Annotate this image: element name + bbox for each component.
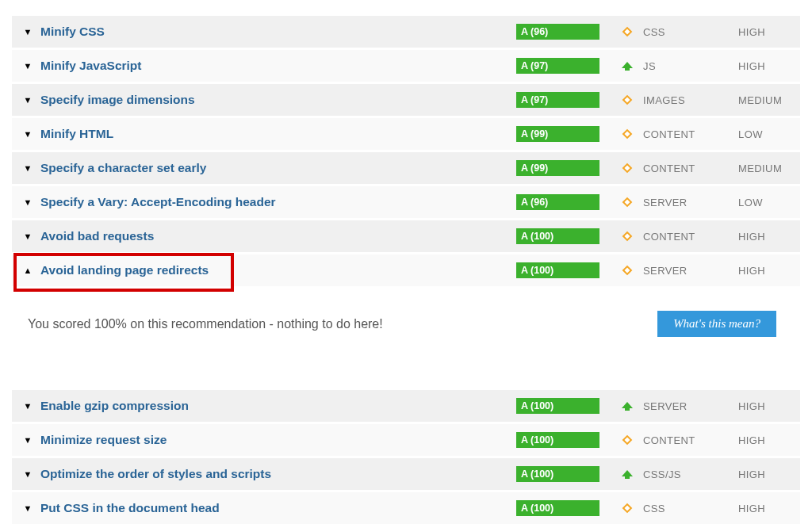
type-label: SERVER bbox=[643, 197, 738, 208]
grade-badge: A (99) bbox=[516, 160, 599, 176]
priority-label: HIGH bbox=[738, 265, 794, 277]
grade-badge: A (100) bbox=[516, 262, 599, 278]
type-label: CSS/JS bbox=[643, 469, 738, 480]
trend-diamond-icon bbox=[611, 502, 643, 514]
toggle-icon[interactable]: ▲ bbox=[24, 266, 33, 275]
grade-badge: A (100) bbox=[516, 466, 599, 482]
recommendation-row[interactable]: ▼Avoid bad requestsA (100)CONTENTHIGH bbox=[12, 220, 800, 254]
priority-label: MEDIUM bbox=[738, 94, 794, 106]
recommendation-name[interactable]: Minify JavaScript bbox=[40, 59, 142, 72]
recommendation-name[interactable]: Optimize the order of styles and scripts bbox=[40, 467, 271, 480]
priority-label: LOW bbox=[738, 128, 794, 140]
trend-diamond-icon bbox=[611, 162, 643, 174]
toggle-icon[interactable]: ▼ bbox=[24, 129, 33, 139]
type-label: CONTENT bbox=[643, 231, 738, 243]
recommendation-name[interactable]: Minimize request size bbox=[40, 433, 167, 446]
recommendation-name[interactable]: Minify HTML bbox=[40, 127, 113, 140]
recommendation-row[interactable]: ▼Minimize request sizeA (100)CONTENTHIGH bbox=[12, 424, 800, 458]
trend-up-icon bbox=[611, 60, 643, 71]
recommendation-row[interactable]: ▼Minify HTMLA (99)CONTENTLOW bbox=[12, 118, 800, 152]
priority-label: HIGH bbox=[738, 503, 794, 514]
priority-label: HIGH bbox=[738, 231, 794, 243]
recommendation-row[interactable]: ▲Avoid landing page redirectsA (100)SERV… bbox=[12, 254, 800, 289]
type-label: CONTENT bbox=[643, 128, 738, 140]
priority-label: HIGH bbox=[738, 60, 794, 72]
toggle-icon[interactable]: ▼ bbox=[24, 61, 33, 71]
type-label: CSS bbox=[643, 503, 738, 514]
type-label: IMAGES bbox=[643, 94, 738, 106]
recommendation-row[interactable]: ▼Optimize the order of styles and script… bbox=[12, 458, 800, 492]
trend-diamond-icon bbox=[611, 94, 643, 106]
recommendation-row[interactable]: ▼Specify a character set earlyA (99)CONT… bbox=[12, 152, 800, 186]
type-label: CSS bbox=[643, 26, 738, 38]
recommendation-name[interactable]: Specify a character set early bbox=[40, 161, 206, 174]
toggle-icon[interactable]: ▼ bbox=[24, 163, 33, 173]
grade-badge: A (97) bbox=[516, 92, 599, 108]
toggle-icon[interactable]: ▼ bbox=[24, 503, 33, 513]
recommendation-name[interactable]: Avoid bad requests bbox=[40, 229, 154, 243]
grade-badge: A (97) bbox=[516, 58, 599, 74]
trend-diamond-icon bbox=[611, 128, 643, 140]
priority-label: MEDIUM bbox=[738, 163, 794, 174]
trend-diamond-icon bbox=[611, 25, 643, 38]
grade-badge: A (96) bbox=[516, 24, 599, 40]
recommendation-row[interactable]: ▼Minify CSSA (96)CSSHIGH bbox=[12, 16, 800, 50]
trend-diamond-icon bbox=[611, 434, 643, 446]
toggle-icon[interactable]: ▼ bbox=[24, 231, 33, 241]
recommendation-name[interactable]: Specify image dimensions bbox=[40, 93, 195, 106]
priority-label: HIGH bbox=[738, 400, 794, 412]
score-message: You scored 100% on this recommendation -… bbox=[28, 317, 383, 331]
trend-up-icon bbox=[611, 469, 643, 480]
grade-badge: A (100) bbox=[516, 228, 599, 244]
toggle-icon[interactable]: ▼ bbox=[24, 197, 33, 207]
grade-badge: A (100) bbox=[516, 432, 599, 448]
whats-this-mean-button[interactable]: What's this mean? bbox=[657, 311, 776, 337]
type-label: SERVER bbox=[643, 265, 738, 277]
recommendation-row[interactable]: ▼Minify JavaScriptA (97)JSHIGH bbox=[12, 50, 800, 84]
grade-badge: A (100) bbox=[516, 398, 599, 414]
recommendation-row[interactable]: ▼Enable gzip compressionA (100)SERVERHIG… bbox=[12, 390, 800, 424]
recommendation-row[interactable]: ▼Specify image dimensionsA (97)IMAGESMED… bbox=[12, 84, 800, 118]
trend-up-icon bbox=[611, 400, 643, 411]
type-label: CONTENT bbox=[643, 434, 738, 446]
expanded-recommendation-panel: You scored 100% on this recommendation -… bbox=[12, 289, 800, 371]
grade-badge: A (100) bbox=[516, 500, 599, 516]
priority-label: HIGH bbox=[738, 26, 794, 38]
toggle-icon[interactable]: ▼ bbox=[24, 435, 33, 445]
toggle-icon[interactable]: ▼ bbox=[24, 401, 33, 411]
recommendation-row[interactable]: ▼Specify a Vary: Accept-Encoding headerA… bbox=[12, 186, 800, 220]
recommendation-name[interactable]: Avoid landing page redirects bbox=[40, 263, 209, 277]
priority-label: HIGH bbox=[738, 469, 794, 480]
type-label: CONTENT bbox=[643, 163, 738, 174]
toggle-icon[interactable]: ▼ bbox=[24, 27, 33, 36]
priority-label: HIGH bbox=[738, 434, 794, 446]
trend-diamond-icon bbox=[611, 230, 643, 243]
recommendation-name[interactable]: Enable gzip compression bbox=[40, 399, 189, 412]
grade-badge: A (99) bbox=[516, 126, 599, 142]
trend-diamond-icon bbox=[611, 196, 643, 208]
type-label: SERVER bbox=[643, 400, 738, 412]
recommendation-name[interactable]: Put CSS in the document head bbox=[40, 501, 220, 514]
type-label: JS bbox=[643, 60, 738, 72]
grade-badge: A (96) bbox=[516, 194, 599, 210]
toggle-icon[interactable]: ▼ bbox=[24, 95, 33, 105]
trend-diamond-icon bbox=[611, 264, 643, 277]
recommendation-row[interactable]: ▼Put CSS in the document headA (100)CSSH… bbox=[12, 492, 800, 524]
recommendation-name[interactable]: Minify CSS bbox=[40, 25, 105, 38]
recommendation-name[interactable]: Specify a Vary: Accept-Encoding header bbox=[40, 195, 276, 208]
toggle-icon[interactable]: ▼ bbox=[24, 469, 33, 479]
priority-label: LOW bbox=[738, 197, 794, 208]
